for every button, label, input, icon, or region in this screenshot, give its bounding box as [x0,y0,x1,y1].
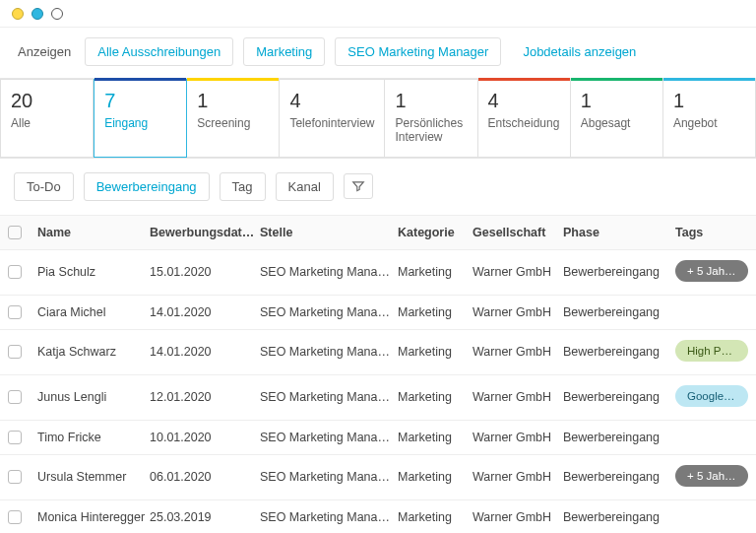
cell-category: Marketing [398,510,469,524]
crumb-all-postings[interactable]: Alle Ausschreibungen [85,37,233,66]
stage-count: 1 [395,90,467,112]
table-row[interactable]: Katja Schwarz14.01.2020SEO Marketing Man… [0,330,756,375]
tag-pill[interactable]: + 5 Jahre Berufser... [675,465,748,487]
breadcrumb-label: Anzeigen [14,38,75,65]
cell-category: Marketing [398,305,469,319]
stage-color-bar [571,78,662,81]
cell-category: Marketing [398,265,469,279]
stage-persönliches-interview[interactable]: 1Persönliches Interview [385,79,477,158]
col-position[interactable]: Stelle [260,226,394,239]
stage-screening[interactable]: 1Screening [187,79,280,158]
cell-company: Warner GmbH [472,305,559,319]
table-row[interactable]: Timo Fricke10.01.2020SEO Marketing Manag… [0,421,756,455]
cell-name: Ciara Michel [37,305,146,319]
cell-position: SEO Marketing Manager [260,265,394,279]
cell-tags: Google Analytics [675,385,748,410]
row-checkbox[interactable] [8,470,22,484]
cell-date: 14.01.2020 [150,345,256,359]
cell-phase: Bewerbereingang [563,305,671,319]
window-dot-white [51,8,63,20]
filter-icon[interactable] [344,173,373,199]
tag-pill[interactable]: High Potential [675,340,748,362]
stage-label: Alle [11,116,83,130]
stage-label: Angebot [673,116,745,130]
window-dot-blue [32,8,43,20]
cell-phase: Bewerbereingang [563,345,671,359]
stage-count: 4 [488,90,560,112]
cell-date: 10.01.2020 [150,431,256,444]
table-row[interactable]: Ursula Stemmer06.01.2020SEO Marketing Ma… [0,455,756,500]
stage-count: 20 [11,90,83,112]
table-body: Pia Schulz15.01.2020SEO Marketing Manage… [0,250,756,533]
col-name[interactable]: Name [37,226,146,239]
row-checkbox[interactable] [8,265,22,279]
cell-position: SEO Marketing Manager [260,431,394,444]
cell-name: Katja Schwarz [37,345,146,359]
row-checkbox[interactable] [8,510,22,524]
stage-count: 7 [104,90,176,112]
row-checkbox[interactable] [8,431,22,444]
stage-count: 4 [289,90,374,112]
cell-position: SEO Marketing Manager [260,345,394,359]
table-header: Name Bewerbungsdatum Stelle Kategorie Ge… [0,215,756,250]
table-row[interactable]: Ciara Michel14.01.2020SEO Marketing Mana… [0,296,756,330]
stage-label: Eingang [104,116,176,130]
cell-phase: Bewerbereingang [563,390,671,404]
cell-name: Timo Fricke [37,431,146,444]
cell-category: Marketing [398,390,469,404]
row-checkbox[interactable] [8,305,22,319]
row-checkbox[interactable] [8,390,22,404]
cell-name: Monica Hinteregger [37,510,146,524]
cell-date: 25.03.2019 [150,510,256,524]
cell-date: 12.01.2020 [150,390,256,404]
crumb-position[interactable]: SEO Marketing Manager [335,37,501,66]
row-checkbox[interactable] [8,345,22,359]
filter-bar: To-Do Bewerbereingang Tag Kanal [0,159,756,215]
stage-color-bar [663,78,755,81]
cell-category: Marketing [398,431,469,444]
window-dot-yellow [12,8,24,20]
cell-position: SEO Marketing Manager [260,390,394,404]
stage-abgesagt[interactable]: 1Abgesagt [571,79,663,158]
stage-alle[interactable]: 20Alle [0,79,94,158]
stage-color-bar [478,78,570,81]
cell-company: Warner GmbH [472,470,559,484]
filter-inbox[interactable]: Bewerbereingang [84,172,210,201]
breadcrumb-bar: Anzeigen Alle Ausschreibungen Marketing … [0,28,756,79]
table-row[interactable]: Pia Schulz15.01.2020SEO Marketing Manage… [0,250,756,296]
cell-name: Junus Lengli [37,390,146,404]
cell-position: SEO Marketing Manager [260,470,394,484]
stage-label: Screening [197,116,269,130]
stage-color-bar [187,78,279,81]
crumb-department[interactable]: Marketing [243,37,325,66]
table-row[interactable]: Junus Lengli12.01.2020SEO Marketing Mana… [0,375,756,421]
cell-date: 14.01.2020 [150,305,256,319]
col-phase[interactable]: Phase [563,226,671,239]
filter-tag[interactable]: Tag [220,172,266,201]
job-details-link[interactable]: Jobdetails anzeigen [511,38,648,65]
cell-phase: Bewerbereingang [563,265,671,279]
cell-company: Warner GmbH [472,345,559,359]
cell-company: Warner GmbH [472,510,559,524]
tag-pill[interactable]: + 5 Jahre Berufser... [675,260,748,282]
cell-position: SEO Marketing Manager [260,510,394,524]
cell-tags: High Potential [675,340,748,365]
cell-phase: Bewerbereingang [563,431,671,444]
table-row[interactable]: Monica Hinteregger25.03.2019SEO Marketin… [0,500,756,533]
col-category[interactable]: Kategorie [398,226,469,239]
cell-position: SEO Marketing Manager [260,305,394,319]
tag-pill[interactable]: Google Analytics [675,385,748,407]
col-date[interactable]: Bewerbungsdatum [150,226,256,239]
stage-eingang[interactable]: 7Eingang [94,79,187,158]
stage-entscheidung[interactable]: 4Entscheidung [478,79,571,158]
cell-name: Ursula Stemmer [37,470,146,484]
stage-count: 1 [673,90,745,112]
stage-angebot[interactable]: 1Angebot [663,79,756,158]
col-tags[interactable]: Tags [675,226,748,239]
filter-channel[interactable]: Kanal [276,172,334,201]
select-all-checkbox[interactable] [8,226,22,239]
stage-telefoninterview[interactable]: 4Telefoninterview [280,79,385,158]
window-titlebar [0,0,756,28]
filter-todo[interactable]: To-Do [14,172,74,201]
col-company[interactable]: Gesellschaft [472,226,559,239]
